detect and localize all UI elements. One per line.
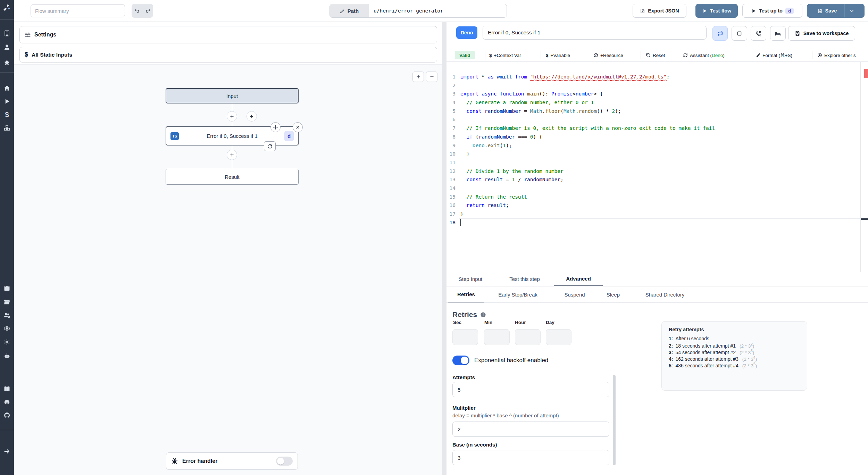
tab-sleep[interactable]: Sleep <box>604 286 623 302</box>
multiplier-input[interactable] <box>452 422 609 437</box>
sidebar-item-variables[interactable]: $ <box>0 108 14 121</box>
sidebar-expand-button[interactable] <box>0 445 14 458</box>
book-icon <box>3 385 10 392</box>
add-resource-button[interactable]: +Resource <box>593 49 623 62</box>
sidebar-item-user[interactable] <box>0 41 14 53</box>
tab-advanced[interactable]: Advanced <box>554 272 603 286</box>
early-stop-icon-button[interactable] <box>732 26 747 41</box>
sidebar-item-discord[interactable] <box>0 396 14 408</box>
input-node[interactable]: Input <box>166 88 299 103</box>
close-icon <box>295 125 300 130</box>
redo-button[interactable] <box>142 4 153 18</box>
tab-step-input[interactable]: Step Input <box>453 272 488 286</box>
insert-step-button[interactable] <box>227 150 237 160</box>
hour-input[interactable] <box>515 329 541 345</box>
retry-attempts-card: Retry attempts 1:After 6 seconds2:18 sec… <box>661 321 807 391</box>
rotate-ccw-icon <box>646 53 651 58</box>
retry-attempt-row: 4:162 seconds after attempt #3(2 * 34) <box>669 356 800 362</box>
overview-ruler[interactable] <box>860 62 868 272</box>
sidebar-item-github[interactable] <box>0 409 14 422</box>
sidebar-item-schedules[interactable] <box>0 282 14 294</box>
insert-step-button[interactable] <box>227 111 237 122</box>
sidebar-item-workers[interactable] <box>0 350 14 362</box>
sidebar-item-audit-logs[interactable] <box>0 322 14 335</box>
multiplier-help-text: delay = multiplier * base ^ (number of a… <box>452 412 559 418</box>
tab-retries[interactable]: Retries <box>448 286 484 302</box>
github-icon <box>3 412 10 419</box>
result-node[interactable]: Result <box>166 169 299 185</box>
editor-panel: Deno Save to workspace Valid $+Context V… <box>446 22 868 475</box>
error-handler-toggle[interactable] <box>276 457 293 466</box>
attempts-input[interactable] <box>452 382 609 397</box>
save-button[interactable]: Save <box>812 4 842 17</box>
tab-test-this-step[interactable]: Test this step <box>502 272 547 286</box>
refresh-icon <box>683 53 688 58</box>
test-up-to-button[interactable]: Test up to d <box>742 4 802 18</box>
scrollbar-thumb[interactable] <box>613 375 616 465</box>
retry-attempt-row: 5:486 seconds after attempt #4(2 * 35) <box>669 362 800 369</box>
path-input[interactable] <box>369 4 507 17</box>
sidebar-item-workspace[interactable] <box>0 27 14 40</box>
base-input[interactable] <box>452 450 609 465</box>
info-icon[interactable] <box>480 312 486 318</box>
reset-button[interactable]: Reset <box>646 49 665 62</box>
exponential-backoff-toggle[interactable] <box>452 356 469 365</box>
flow-settings-bar[interactable]: Settings <box>19 26 437 43</box>
move-step-handle[interactable] <box>270 122 281 132</box>
sidebar-item-docs[interactable] <box>0 383 14 395</box>
export-json-button[interactable]: Export JSON <box>633 4 686 18</box>
flow-canvas[interactable]: Input TS Error if 0, Success if 1 d Resu… <box>14 64 442 475</box>
sleep-icon-button[interactable] <box>770 26 786 41</box>
save-dropdown-button[interactable] <box>844 4 859 17</box>
arrow-right-icon <box>3 448 10 455</box>
cursor-marker <box>861 218 868 220</box>
assistant-button[interactable]: Assistant (Deno) <box>683 49 725 62</box>
day-input[interactable] <box>546 329 571 345</box>
sidebar-item-home[interactable] <box>0 82 14 94</box>
sec-input[interactable] <box>452 329 478 345</box>
toolbar-separator <box>587 51 587 59</box>
undo-button[interactable] <box>132 4 142 18</box>
panel-divider[interactable] <box>442 22 446 475</box>
add-variable-button[interactable]: $+Variable <box>546 49 570 62</box>
restart-step-button[interactable] <box>264 141 276 151</box>
sidebar-item-runs[interactable] <box>0 95 14 108</box>
cubes-icon <box>3 124 10 131</box>
zoom-in-button[interactable] <box>412 72 424 82</box>
tab-suspend[interactable]: Suspend <box>560 286 589 302</box>
format-button[interactable]: Format (⌘+S) <box>756 49 792 62</box>
retries-section: Retries Sec Min Hour Day Exponential bac… <box>446 303 868 475</box>
zoom-out-button[interactable] <box>426 72 437 82</box>
suspend-icon-button[interactable] <box>751 26 766 41</box>
error-handler-bar: Error handler <box>166 452 298 470</box>
user-icon <box>3 44 10 51</box>
step-node[interactable]: TS Error if 0, Success if 1 d <box>166 126 299 145</box>
tab-shared-directory[interactable]: Shared Directory <box>637 286 692 302</box>
delete-step-button[interactable] <box>293 122 303 132</box>
min-input[interactable] <box>484 329 510 345</box>
dollar-icon: $ <box>546 53 549 58</box>
retry-attempt-row: 2:18 seconds after attempt #1(2 * 32) <box>669 342 800 349</box>
sidebar-item-resources[interactable] <box>0 122 14 134</box>
sidebar-item-favorites[interactable] <box>0 56 14 69</box>
code-editor[interactable]: 123456789101112131415161718 import * as … <box>446 62 868 272</box>
export-file-icon <box>640 8 645 14</box>
save-to-workspace-button[interactable]: Save to workspace <box>788 26 855 41</box>
sidebar-item-settings[interactable] <box>0 336 14 348</box>
retry-attempt-row: 1:After 6 seconds <box>669 336 800 342</box>
flow-summary-input[interactable] <box>31 4 125 17</box>
retries-icon-button[interactable] <box>712 26 728 41</box>
tab-early-stop-break[interactable]: Early Stop/Break <box>491 286 544 302</box>
bug-icon <box>171 458 178 465</box>
all-static-inputs-bar[interactable]: $ All Static Inputs <box>19 47 437 62</box>
explore-scripts-button[interactable]: Explore other s <box>817 49 856 62</box>
sidebar-item-folders[interactable] <box>0 296 14 308</box>
step-name-input[interactable] <box>483 26 707 40</box>
windmill-logo-icon[interactable] <box>0 1 14 14</box>
add-context-var-button[interactable]: $+Context Var <box>489 49 521 62</box>
test-flow-button[interactable]: Test flow <box>695 4 738 18</box>
sidebar-item-groups[interactable] <box>0 309 14 322</box>
editor-gutter: 123456789101112131415161718 <box>446 73 456 227</box>
trigger-button[interactable] <box>247 111 257 122</box>
time-unit-labels: Sec Min Hour Day <box>446 321 585 327</box>
